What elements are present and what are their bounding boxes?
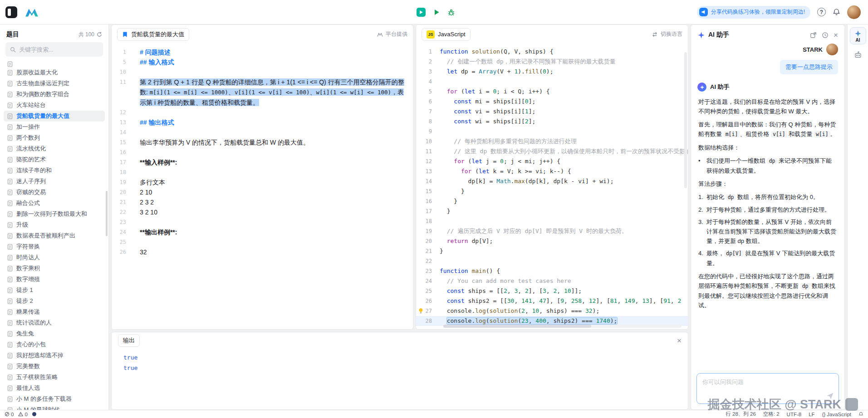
sidebar-scrollbar[interactable] (106, 191, 108, 236)
code-line[interactable]: 24 // You can add more test cases here (416, 276, 688, 286)
warnings-counter[interactable]: 0 (18, 412, 27, 417)
sidebar-item[interactable]: 完美整数 (4, 361, 105, 372)
encoding[interactable]: UTF-8 (787, 412, 802, 417)
app-logo[interactable] (25, 7, 39, 18)
sidebar-item[interactable]: 兔生兔 (4, 328, 105, 339)
sidebar-item[interactable]: 五子棋获胜策略 (4, 372, 105, 383)
sidebar-item[interactable]: 时尚达人 (4, 252, 105, 263)
sidebar-item[interactable]: 骆驼的艺术 (4, 154, 105, 165)
code-content[interactable]: 1function solution(Q, V, ships) {2 // 创建… (416, 44, 688, 329)
rail-assistant-icon[interactable] (854, 51, 862, 59)
code-line[interactable]: 19 // 遍历完成之后 V 对应的 dp[V] 即是预算到 V 时的最大负荷。 (416, 226, 688, 236)
language-tab[interactable]: JS JavaScript (422, 28, 471, 41)
sidebar-item[interactable]: 徒步 1 (4, 285, 105, 296)
code-line[interactable]: 15 } (416, 186, 688, 196)
code-line[interactable]: 27 console.log(solution(2, 10, ships) ==… (416, 306, 688, 316)
code-line[interactable]: 26 const ships2 = [[30, 141, 47], [9, 25… (416, 296, 688, 306)
code-line[interactable]: 23function main() { (416, 266, 688, 276)
sidebar-item[interactable]: 数字乘积 (4, 263, 105, 274)
user-message-bubble[interactable]: 需要一点思路提示 (780, 60, 838, 74)
sidebar-item[interactable]: 和为偶数的数字组合 (4, 89, 105, 100)
code-line[interactable]: 7 const vi = ships[i][1]; (416, 107, 688, 117)
indentation[interactable]: 空格: 2 (763, 411, 780, 418)
sidebar-item[interactable]: 火车站站台 (4, 100, 105, 111)
code-line[interactable]: 3 let dp = Array(V + 1).fill(0); (416, 67, 688, 77)
problem-title-chip[interactable]: 货船载货量的最大值 (117, 28, 189, 41)
sidebar-item[interactable]: 数字增殖 (4, 274, 105, 285)
sidebar-item[interactable]: 古生物血缘远近判定 (4, 78, 105, 89)
code-line[interactable]: 11 // 这里 dp 数组要从大到小循环更新，以确保使用本船只时，前一次的预算… (416, 146, 688, 156)
output-tab[interactable]: 输出 (118, 334, 140, 347)
sidebar-item[interactable]: 字符替换 (4, 241, 105, 252)
sidebar-item[interactable]: 融合公式 (4, 198, 105, 209)
notification-dot-icon[interactable] (32, 412, 36, 416)
cursor-position[interactable]: 行 28、列 26 (726, 411, 755, 418)
sidebar-item[interactable]: 两个数列 (4, 132, 105, 143)
sidebar-item[interactable]: 统计说谎的人 (4, 317, 105, 328)
sidebar-item[interactable]: 数据表是否被顺利产出 (4, 230, 105, 241)
send-icon[interactable] (826, 392, 834, 400)
code-line[interactable]: 17 } (416, 206, 688, 216)
language-mode[interactable]: {} JavaScript (822, 412, 851, 417)
notifications-button[interactable] (833, 8, 840, 16)
refresh-icon[interactable] (97, 32, 102, 37)
code-line[interactable]: 4 (416, 77, 688, 87)
sidebar-item[interactable]: 小 M 的星球时代 (4, 404, 105, 410)
problems-counters[interactable]: 0 0 (5, 412, 36, 417)
statusbar-bell-icon[interactable] (858, 412, 863, 417)
switch-language-button[interactable]: 切换语言 (652, 30, 682, 38)
list-item-clipped[interactable] (4, 61, 105, 67)
code-line[interactable]: 13 for (let k = V; k >= vi; k--) { (416, 166, 688, 176)
run-button[interactable] (433, 9, 440, 16)
sidebar-item[interactable]: 小 M 的多任务下载器 (4, 394, 105, 404)
sidebar-item[interactable]: 最佳人选 (4, 383, 105, 394)
sidebar-item[interactable]: 贪心的小包 (4, 339, 105, 350)
export-icon[interactable] (810, 32, 817, 39)
sidebar-item[interactable]: 糖果传递 (4, 306, 105, 317)
sidebar-item[interactable]: 删除一次得到子数组最大和 (4, 209, 105, 219)
code-line[interactable]: 21} (416, 246, 688, 256)
sidebar-item[interactable]: 货船载货量的最大值 (4, 111, 105, 122)
code-line[interactable]: 18 (416, 216, 688, 226)
code-line[interactable]: 9 (416, 126, 688, 136)
user-avatar[interactable] (847, 5, 861, 19)
close-ai-button[interactable]: × (834, 31, 838, 39)
code-line[interactable]: 10 // 每种货船利用多重背包问题的方法进行处理 (416, 136, 688, 146)
horizontal-scrollbar[interactable] (443, 325, 682, 328)
code-line[interactable]: 14 dp[k] = Math.max(dp[k], dp[k - vi] + … (416, 176, 688, 186)
eol[interactable]: LF (809, 412, 814, 417)
sidebar-item[interactable]: 加一操作 (4, 122, 105, 132)
sidebar-toggle-button[interactable] (5, 6, 17, 18)
sidebar-item[interactable]: 流水线优化 (4, 143, 105, 154)
debug-button[interactable] (447, 9, 455, 16)
sidebar-item[interactable]: 迷人子序列 (4, 176, 105, 187)
search-input[interactable] (19, 46, 98, 53)
history-icon[interactable] (822, 32, 829, 39)
code-line[interactable]: 5 for (let i = 0; i < Q; i++) { (416, 87, 688, 97)
sidebar-item[interactable]: 徒步 2 (4, 296, 105, 306)
promo-banner[interactable]: 分享代码换练习体验，领限量定制周边! (697, 6, 810, 19)
code-line[interactable]: 1function solution(Q, V, ships) { (416, 47, 688, 57)
ai-message-input[interactable] (697, 374, 839, 403)
sidebar-item[interactable]: 升级 (4, 219, 105, 230)
run-config-button[interactable] (417, 8, 426, 17)
code-line[interactable]: 2 // 创建一个数组 dp，用来记录不同预算下能获得的最大载货量 (416, 57, 688, 67)
help-button[interactable]: ? (817, 8, 826, 16)
description-row: 14 (112, 127, 413, 137)
code-line[interactable]: 22 (416, 256, 688, 266)
close-output-button[interactable]: × (677, 337, 682, 345)
code-line[interactable]: 8 const wi = ships[i][2]; (416, 117, 688, 126)
sidebar-item[interactable]: 连续子串的和 (4, 165, 105, 176)
rail-ai-button[interactable]: AI (850, 27, 866, 44)
code-line[interactable]: 25 const ships = [[2, 3, 2], [3, 2, 10]]… (416, 286, 688, 296)
description-content[interactable]: 1# 问题描述5## 输入格式1011第 2 行到第 Q + 1 行是 Q 种货… (112, 44, 413, 329)
sidebar-item[interactable]: 窃贼的交易 (4, 187, 105, 198)
code-line[interactable]: 20 return dp[V]; (416, 236, 688, 246)
code-line[interactable]: 12 for (let j = 0; j < mi; j++) { (416, 156, 688, 166)
sidebar-item[interactable]: 股票收益最大化 (4, 67, 105, 78)
sidebar-item[interactable]: 我好想逃却逃不掉 (4, 350, 105, 361)
code-line[interactable]: 6 const mi = ships[i][0]; (416, 97, 688, 107)
vertical-scrollbar[interactable] (684, 52, 687, 188)
code-line[interactable]: 16 } (416, 196, 688, 206)
errors-counter[interactable]: 0 (5, 412, 14, 417)
